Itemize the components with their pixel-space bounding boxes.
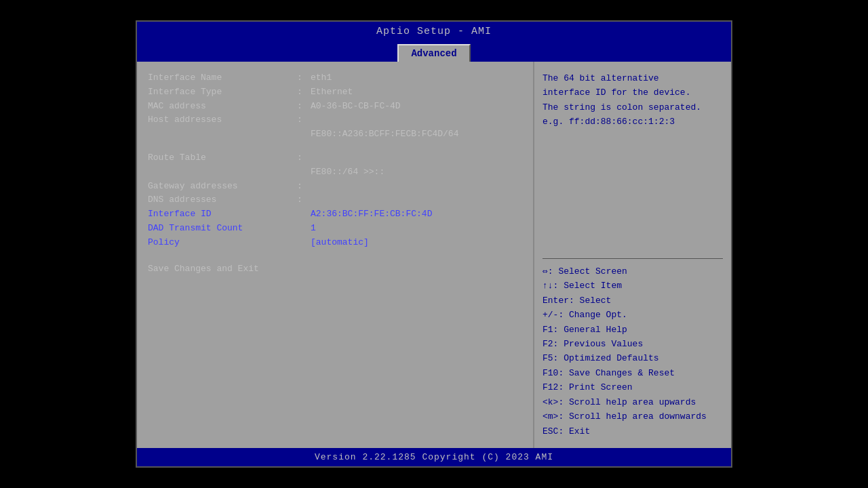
label-route-table: Route Table	[148, 151, 297, 165]
label-gateway: Gateway addresses	[148, 180, 297, 194]
main-content: Interface Name : eth1 Interface Type : E…	[137, 62, 731, 448]
field-dns: DNS addresses :	[148, 193, 522, 207]
tab-bar: Advanced	[137, 41, 731, 62]
colon-policy	[297, 236, 311, 250]
value-host-addresses	[311, 113, 522, 127]
colon-interface-name: :	[297, 71, 311, 85]
spacer-1	[148, 142, 522, 151]
key-f5: F5: Optimized Defaults	[542, 351, 723, 365]
save-changes-label[interactable]: Save Changes and Exit	[148, 264, 259, 274]
key-f12: F12: Print Screen	[542, 380, 723, 394]
value-gateway	[311, 180, 522, 194]
label-dns: DNS addresses	[148, 193, 297, 207]
value-interface-id: A2:36:BC:FF:FE:CB:FC:4D	[311, 207, 522, 222]
key-change-opt: +/-: Change Opt.	[542, 308, 723, 322]
key-select-item: ↑↓: Select Item	[542, 279, 723, 293]
field-interface-type: Interface Type : Ethernet	[148, 85, 522, 100]
colon-interface-id	[297, 207, 311, 222]
value-route-table	[311, 151, 522, 165]
label-mac-address: MAC address	[148, 100, 297, 114]
divider	[542, 258, 723, 259]
label-dad-count: DAD Transmit Count	[148, 222, 297, 236]
help-line-1: The 64 bit alternative	[542, 71, 723, 85]
help-line-2: interface ID for the device.	[542, 85, 723, 100]
key-enter: Enter: Select	[542, 293, 723, 308]
value-policy: [automatic]	[311, 236, 522, 250]
footer-text: Version 2.22.1285 Copyright (C) 2023 AMI	[315, 452, 553, 462]
key-m: <m>: Scroll help area downwards	[542, 409, 723, 424]
field-host-addresses-2: FE80::A236:BCFF:FECB:FC4D/64	[148, 127, 522, 142]
field-gateway: Gateway addresses :	[148, 180, 522, 194]
colon-host-addresses: :	[297, 113, 311, 127]
key-f2: F2: Previous Values	[542, 337, 723, 351]
help-line-4: e.g. ff:dd:88:66:cc:1:2:3	[542, 115, 723, 129]
colon-route-value-blank	[297, 165, 311, 180]
key-select-screen: ⇔: Select Screen	[542, 264, 723, 279]
value-dad-count: 1	[311, 222, 522, 236]
label-interface-name: Interface Name	[148, 71, 297, 85]
colon-dad-count	[297, 222, 311, 236]
help-text: The 64 bit alternative interface ID for …	[542, 71, 723, 253]
key-k: <k>: Scroll help area upwards	[542, 395, 723, 409]
footer: Version 2.22.1285 Copyright (C) 2023 AMI	[137, 448, 731, 466]
label-policy: Policy	[148, 236, 297, 250]
colon-host-addresses-2	[297, 127, 311, 142]
key-help: ⇔: Select Screen ↑↓: Select Item Enter: …	[542, 264, 723, 439]
colon-mac-address: :	[297, 100, 311, 114]
key-f1: F1: General Help	[542, 323, 723, 337]
tab-advanced[interactable]: Advanced	[397, 44, 470, 62]
label-host-addresses: Host addresses	[148, 113, 297, 127]
label-interface-type: Interface Type	[148, 85, 297, 100]
colon-route-table: :	[297, 151, 311, 165]
value-host-addresses-2: FE80::A236:BCFF:FECB:FC4D/64	[311, 127, 522, 142]
value-interface-type: Ethernet	[311, 85, 522, 100]
field-mac-address: MAC address : A0-36-BC-CB-FC-4D	[148, 100, 522, 114]
value-route-value: FE80::/64 >>::	[311, 165, 522, 180]
label-host-addresses-2	[148, 127, 297, 142]
key-f10: F10: Save Changes & Reset	[542, 366, 723, 380]
help-line-3: The string is colon separated.	[542, 100, 723, 115]
field-route-value: FE80::/64 >>::	[148, 165, 522, 180]
field-route-table: Route Table :	[148, 151, 522, 165]
value-dns	[311, 193, 522, 207]
label-interface-id: Interface ID	[148, 207, 297, 222]
field-host-addresses: Host addresses :	[148, 113, 522, 127]
colon-gateway: :	[297, 180, 311, 194]
save-changes-row[interactable]: Save Changes and Exit	[148, 262, 522, 277]
value-interface-name: eth1	[311, 71, 522, 85]
title-text: Aptio Setup - AMI	[376, 26, 492, 37]
colon-dns: :	[297, 193, 311, 207]
bios-window: Aptio Setup - AMI Advanced Interface Nam…	[136, 20, 732, 468]
left-panel: Interface Name : eth1 Interface Type : E…	[137, 62, 534, 448]
colon-interface-type: :	[297, 85, 311, 100]
right-panel: The 64 bit alternative interface ID for …	[534, 62, 731, 448]
value-mac-address: A0-36-BC-CB-FC-4D	[311, 100, 522, 114]
label-route-value-blank	[148, 165, 297, 180]
key-esc: ESC: Exit	[542, 424, 723, 439]
field-interface-id[interactable]: Interface ID A2:36:BC:FF:FE:CB:FC:4D	[148, 207, 522, 222]
field-interface-name: Interface Name : eth1	[148, 71, 522, 85]
title-bar: Aptio Setup - AMI	[137, 22, 731, 41]
field-dad-count[interactable]: DAD Transmit Count 1	[148, 222, 522, 236]
field-policy[interactable]: Policy [automatic]	[148, 236, 522, 250]
